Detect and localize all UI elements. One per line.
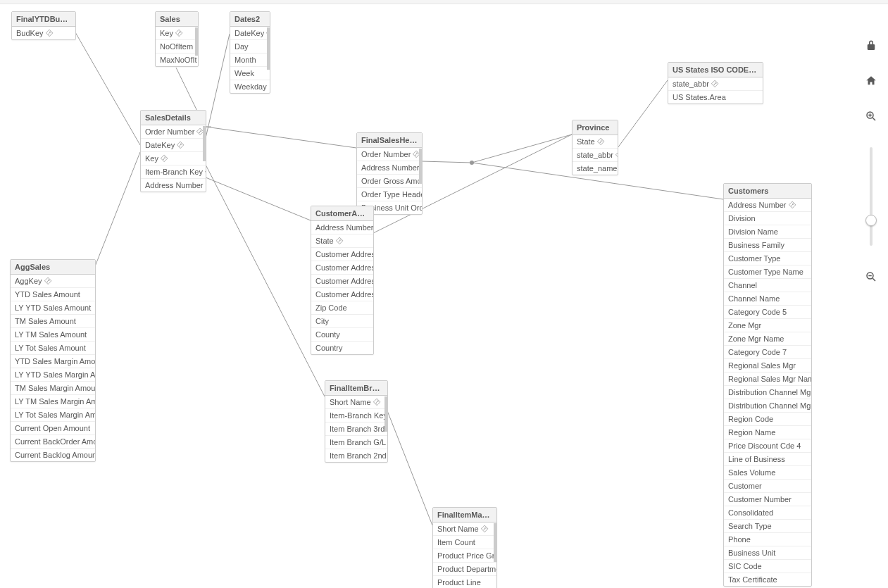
- scrollbar[interactable]: [267, 27, 270, 70]
- field-row[interactable]: LY Tot Sales Margin Amount: [11, 408, 95, 422]
- field-row[interactable]: Day: [230, 40, 270, 54]
- field-row[interactable]: Phone: [724, 533, 811, 546]
- field-row[interactable]: Category Code 5: [724, 306, 811, 319]
- field-row[interactable]: Address Number⚿: [141, 179, 206, 192]
- field-row[interactable]: Current BackOrder Amount: [11, 435, 95, 449]
- field-row[interactable]: DateKey⚿: [230, 27, 270, 40]
- field-row[interactable]: SIC Code: [724, 560, 811, 573]
- table-finalsalesheader[interactable]: FinalSalesHeader Order Number⚿Address Nu…: [356, 132, 423, 215]
- data-model-canvas[interactable]: FinalYTDBudget BudKey⚿ Sales Key⚿NoOfIte…: [0, 4, 888, 588]
- lock-button[interactable]: [864, 39, 878, 53]
- field-row[interactable]: TM Sales Amount: [11, 315, 95, 328]
- field-row[interactable]: Item-Branch Key⚿: [325, 409, 387, 423]
- field-row[interactable]: Customer Address 4: [311, 288, 373, 301]
- table-sales[interactable]: Sales Key⚿NoOfItemMaxNoOfIt…: [155, 11, 199, 67]
- table-aggsales[interactable]: AggSales AggKey⚿YTD Sales AmountLY YTD S…: [10, 259, 96, 462]
- field-row[interactable]: Item Branch G/L Ca…: [325, 436, 387, 449]
- field-row[interactable]: Division: [724, 212, 811, 225]
- field-row[interactable]: Item-Branch Key⚿: [141, 165, 206, 179]
- home-button[interactable]: [864, 74, 878, 88]
- field-row[interactable]: Customer Address 1: [311, 248, 373, 261]
- field-row[interactable]: Customer Type: [724, 252, 811, 265]
- field-row[interactable]: Zip Code: [311, 301, 373, 315]
- field-row[interactable]: Category Code 7: [724, 346, 811, 359]
- field-row[interactable]: Item Branch 2nd It…: [325, 449, 387, 462]
- field-row[interactable]: Week: [230, 67, 270, 80]
- zoom-slider-handle[interactable]: [865, 215, 877, 226]
- table-customers[interactable]: Customers Address Number⚿DivisionDivisio…: [723, 183, 812, 587]
- field-row[interactable]: Price Discount Cde 4: [724, 439, 811, 453]
- field-row[interactable]: Zone Mgr Name: [724, 332, 811, 346]
- field-row[interactable]: Business Unit: [724, 546, 811, 560]
- field-row[interactable]: Item Branch 3rd Ite…: [325, 423, 387, 436]
- table-finalytdbudget[interactable]: FinalYTDBudget BudKey⚿: [11, 11, 76, 40]
- field-row[interactable]: Customer Type Name: [724, 265, 811, 279]
- field-row[interactable]: Current Backlog Amount: [11, 449, 95, 461]
- scrollbar[interactable]: [419, 149, 422, 184]
- field-row[interactable]: Address Number H…: [357, 161, 422, 175]
- field-row[interactable]: Business Family: [724, 239, 811, 252]
- field-row[interactable]: NoOfItem: [156, 40, 198, 54]
- table-finalitembranch[interactable]: FinalItemBranch Short Name⚿Item-Branch K…: [325, 380, 388, 463]
- field-row[interactable]: state_abbr⚿: [668, 77, 763, 91]
- field-row[interactable]: YTD Sales Margin Amount: [11, 355, 95, 368]
- scrollbar[interactable]: [203, 126, 206, 161]
- field-row[interactable]: Region Name: [724, 426, 811, 439]
- field-row[interactable]: LY YTD Sales Amount: [11, 301, 95, 315]
- field-row[interactable]: BudKey⚿: [12, 27, 75, 39]
- field-row[interactable]: Product Line: [433, 576, 496, 588]
- zoom-out-button[interactable]: [864, 270, 878, 284]
- scrollbar[interactable]: [195, 27, 198, 56]
- field-row[interactable]: Tax Certificate: [724, 573, 811, 586]
- field-row[interactable]: Distribution Channel Mgr Name: [724, 399, 811, 413]
- field-row[interactable]: Channel Name: [724, 292, 811, 306]
- field-row[interactable]: Line of Business: [724, 453, 811, 466]
- field-row[interactable]: LY TM Sales Margin Amount: [11, 395, 95, 408]
- field-row[interactable]: Search Type: [724, 520, 811, 533]
- field-row[interactable]: Address Number⚿: [311, 221, 373, 234]
- field-row[interactable]: MaxNoOfIt…: [156, 54, 198, 66]
- field-row[interactable]: TM Sales Margin Amount: [11, 382, 95, 395]
- table-finalitemmaster[interactable]: FinalItemMaster Short Name⚿Item CountPro…: [432, 507, 497, 588]
- scrollbar[interactable]: [494, 523, 496, 562]
- field-row[interactable]: Order Number⚿: [141, 125, 206, 139]
- field-row[interactable]: Customer Number: [724, 493, 811, 506]
- field-row[interactable]: Key⚿: [156, 27, 198, 40]
- field-row[interactable]: State⚿: [311, 234, 373, 248]
- field-row[interactable]: Country: [311, 342, 373, 354]
- field-row[interactable]: Zone Mgr: [724, 319, 811, 332]
- field-row[interactable]: Month: [230, 54, 270, 67]
- field-row[interactable]: Product Price Group: [433, 549, 496, 563]
- field-row[interactable]: LY YTD Sales Margin Amount: [11, 368, 95, 382]
- field-row[interactable]: Customer Address 3: [311, 275, 373, 288]
- field-row[interactable]: Short Name⚿: [325, 396, 387, 409]
- scrollbar[interactable]: [384, 396, 387, 432]
- field-row[interactable]: YTD Sales Amount: [11, 288, 95, 301]
- table-usstates[interactable]: US States ISO CODE 2 polygons state_abbr…: [668, 62, 763, 104]
- field-row[interactable]: Weekday: [230, 80, 270, 93]
- field-row[interactable]: state_name: [573, 162, 618, 175]
- field-row[interactable]: Channel: [724, 279, 811, 292]
- table-province[interactable]: Province State⚿state_abbr⚿state_name: [572, 120, 618, 175]
- field-row[interactable]: Address Number⚿: [724, 199, 811, 212]
- field-row[interactable]: AggKey⚿: [11, 275, 95, 288]
- field-row[interactable]: Regional Sales Mgr Name: [724, 373, 811, 386]
- field-row[interactable]: Customer: [724, 480, 811, 493]
- field-row[interactable]: Short Name⚿: [433, 523, 496, 536]
- zoom-slider[interactable]: [870, 147, 873, 246]
- table-dates2[interactable]: Dates2 DateKey⚿DayMonthWeekWeekday: [230, 11, 270, 94]
- field-row[interactable]: Order Type Header: [357, 188, 422, 201]
- field-row[interactable]: State⚿: [573, 135, 618, 149]
- field-row[interactable]: County: [311, 328, 373, 342]
- field-row[interactable]: Distribution Channel Mgr: [724, 386, 811, 399]
- table-salesdetails[interactable]: SalesDetails Order Number⚿DateKey⚿Key⚿It…: [140, 110, 206, 192]
- field-row[interactable]: Sales Volume: [724, 466, 811, 480]
- field-row[interactable]: Customer Address 2: [311, 261, 373, 275]
- table-customeraddress[interactable]: CustomerAddres… Address Number⚿State⚿Cus…: [311, 206, 374, 355]
- field-row[interactable]: Product Department: [433, 563, 496, 576]
- field-row[interactable]: Division Name: [724, 225, 811, 239]
- field-row[interactable]: US States.Area: [668, 91, 763, 104]
- field-row[interactable]: Region Code: [724, 413, 811, 426]
- zoom-in-button[interactable]: [864, 109, 878, 123]
- field-row[interactable]: Key⚿: [141, 152, 206, 165]
